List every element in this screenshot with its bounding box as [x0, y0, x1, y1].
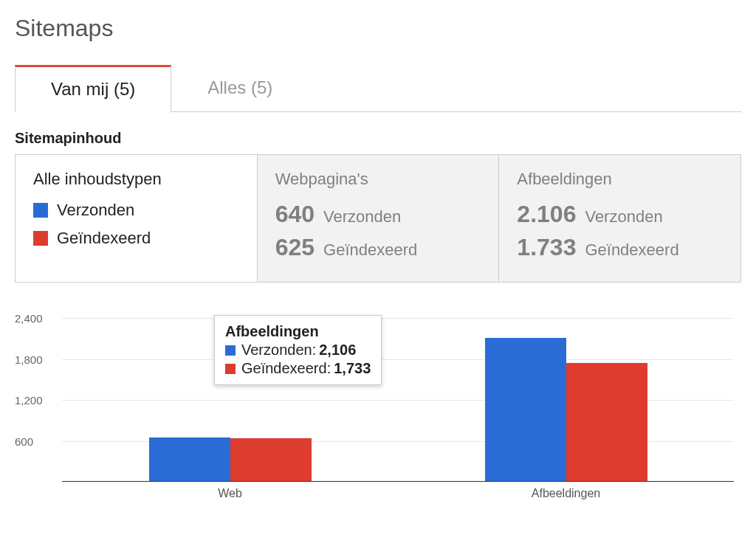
stat-submitted: 2.106 Verzonden [517, 201, 723, 228]
chart-tooltip: Afbeeldingen Verzonden: 2,106 Geïndexeer… [214, 315, 382, 385]
tile-title: Alle inhoudstypen [33, 170, 239, 189]
tile-title: Webpagina's [275, 170, 481, 189]
tab-all-sitemaps[interactable]: Alles (5) [171, 65, 309, 112]
y-tick-label: 1,200 [15, 394, 59, 407]
tile-title: Afbeeldingen [517, 170, 723, 189]
tabs: Van mij (5) Alles (5) [15, 64, 741, 112]
y-tick-label: 600 [15, 435, 59, 447]
tooltip-value: 2,106 [319, 342, 356, 359]
legend-indexed: Geïndexeerd [33, 229, 239, 248]
legend-submitted: Verzonden [33, 201, 239, 220]
stat-indexed: 1.733 Geïndexeerd [517, 234, 723, 261]
stat-label: Geïndexeerd [585, 241, 678, 260]
bar-verzonden[interactable] [485, 338, 566, 481]
square-icon [225, 345, 236, 356]
bar-geïndexeerd[interactable] [566, 363, 647, 481]
stat-label: Verzonden [585, 207, 662, 226]
stat-value: 625 [275, 234, 315, 261]
y-tick-label: 1,800 [15, 353, 59, 365]
stat-submitted: 640 Verzonden [275, 201, 481, 228]
square-icon [225, 364, 236, 374]
legend-label: Verzonden [57, 201, 134, 220]
square-icon [33, 203, 48, 218]
tooltip-value: 1,733 [334, 360, 371, 377]
x-tick-label: Afbeeldingen [532, 487, 600, 500]
section-title: Sitemapinhoud [15, 130, 741, 147]
bar-chart: 6001,2001,8002,400WebAfbeeldingen Afbeel… [15, 305, 741, 504]
tab-my-sitemaps[interactable]: Van mij (5) [15, 65, 171, 112]
tooltip-title: Afbeeldingen [225, 323, 371, 340]
stat-label: Geïndexeerd [323, 241, 417, 260]
stat-value: 2.106 [517, 201, 576, 228]
tile-all-types[interactable]: Alle inhoudstypen Verzonden Geïndexeerd [16, 155, 258, 282]
content-type-tiles: Alle inhoudstypen Verzonden Geïndexeerd … [15, 154, 741, 283]
tile-webpages[interactable]: Webpagina's 640 Verzonden 625 Geïndexeer… [258, 155, 500, 282]
tooltip-row-submitted: Verzonden: 2,106 [225, 342, 371, 359]
stat-value: 640 [275, 201, 315, 228]
bar-geïndexeerd[interactable] [230, 438, 312, 481]
bar-verzonden[interactable] [149, 437, 230, 481]
page-title: Sitemaps [15, 15, 741, 42]
tooltip-label: Verzonden [241, 342, 312, 359]
x-tick-label: Web [218, 487, 242, 500]
tile-images[interactable]: Afbeeldingen 2.106 Verzonden 1.733 Geïnd… [499, 155, 740, 282]
square-icon [33, 231, 48, 246]
gridline [62, 318, 734, 319]
y-tick-label: 2,400 [15, 312, 59, 325]
tooltip-label: Geïndexeerd [241, 360, 327, 377]
legend-label: Geïndexeerd [57, 229, 151, 248]
gridline [62, 359, 734, 360]
tooltip-row-indexed: Geïndexeerd: 1,733 [225, 360, 371, 377]
stat-value: 1.733 [517, 234, 576, 261]
stat-label: Verzonden [323, 207, 401, 226]
stat-indexed: 625 Geïndexeerd [275, 234, 481, 261]
